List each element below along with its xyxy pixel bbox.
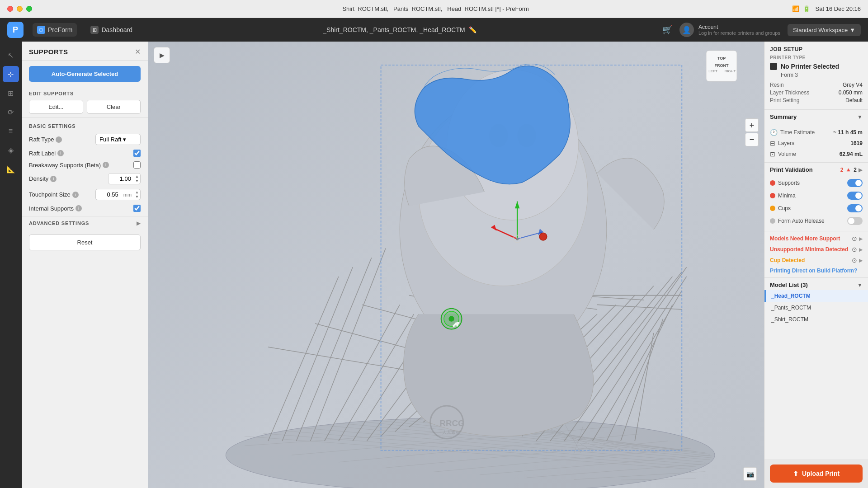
- warning-more-support[interactable]: Models Need More Support ⊙ ▶: [770, 233, 863, 244]
- touchpoint-input-wrap: 0.55 mm ▲ ▼: [95, 189, 141, 200]
- print-validation-section: Print Validation 2 🔺 2 ▶ Supports Minima: [764, 163, 868, 231]
- density-input[interactable]: 1.00: [108, 174, 134, 184]
- time-estimate-label: 🕐 Time Estimate: [770, 129, 815, 136]
- maximize-button[interactable]: [26, 6, 32, 12]
- preform-icon: ⬡: [37, 26, 45, 34]
- preform-nav-btn[interactable]: ⬡ PreForm: [33, 23, 77, 37]
- rail-settings-icon[interactable]: ⟳: [3, 104, 19, 120]
- job-setup-section: Job Setup PRINTER TYPE No Printer Select…: [764, 42, 868, 110]
- rail-measure-icon[interactable]: 📐: [3, 161, 19, 177]
- summary-header[interactable]: Summary ▼: [764, 110, 868, 124]
- internal-supports-checkbox[interactable]: [133, 205, 141, 212]
- app-toolbar: P ⬡ PreForm ⊞ Dashboard _Shirt_ROCTM, _P…: [0, 18, 868, 42]
- touchpoint-row: Touchpoint Size i 0.55 mm ▲ ▼: [22, 187, 148, 202]
- left-rail: ↖ ⊹ ⊞ ⟳ ≡ ◈ 📐: [0, 42, 22, 488]
- minima-chevron-icon: ▶: [859, 247, 863, 253]
- screenshot-icon[interactable]: 📷: [743, 467, 757, 481]
- navigation-cube[interactable]: TOP FRONT LEFT RIGHT: [702, 46, 741, 86]
- clear-button[interactable]: Clear: [87, 100, 141, 114]
- rail-layers-icon[interactable]: ≡: [3, 123, 19, 139]
- density-down-button[interactable]: ▼: [134, 179, 140, 183]
- density-label: Density i: [29, 175, 57, 182]
- touchpoint-up-button[interactable]: ▲: [134, 190, 140, 195]
- model-list-chevron-icon: ▼: [857, 282, 863, 288]
- svg-line-56: [268, 347, 409, 371]
- zoom-out-button[interactable]: −: [745, 133, 759, 146]
- layers-row: ⊟ Layers 1619: [770, 138, 863, 149]
- touchpoint-input[interactable]: 0.55: [96, 189, 121, 200]
- edit-title-icon[interactable]: ✏️: [469, 26, 476, 33]
- viewport[interactable]: RRCG 人人素材 TOP FRONT LEFT RIGHT ▶ + − 📷: [148, 42, 764, 488]
- upload-print-button[interactable]: ⬆ Upload Print: [770, 465, 863, 483]
- minimize-button[interactable]: [17, 6, 23, 12]
- reset-button[interactable]: Reset: [29, 235, 141, 250]
- clock: Sat 16 Dec 20:16: [816, 5, 861, 12]
- rail-objects-icon[interactable]: ◈: [3, 142, 19, 158]
- touchpoint-info-icon[interactable]: i: [72, 192, 79, 198]
- minima-toggle[interactable]: [847, 192, 863, 200]
- rail-cursor-icon[interactable]: ↖: [3, 47, 19, 63]
- panel-close-icon[interactable]: ✕: [135, 48, 141, 56]
- edit-button[interactable]: Edit...: [29, 100, 83, 114]
- job-setup-header: Job Setup: [770, 46, 863, 52]
- breakaway-info-icon[interactable]: i: [103, 162, 109, 168]
- cups-dot: [770, 206, 775, 211]
- rail-grid-icon[interactable]: ⊞: [3, 85, 19, 101]
- supports-toggle[interactable]: [847, 179, 863, 187]
- raft-label-info-icon[interactable]: i: [57, 150, 64, 156]
- zoom-controls: + −: [745, 118, 759, 146]
- svg-line-54: [621, 319, 663, 441]
- model-list-header[interactable]: Model List (3) ▼: [764, 278, 868, 290]
- edit-supports-label: EDIT SUPPORTS: [22, 87, 148, 98]
- warning-cup-icons: ⊙ ▶: [852, 257, 863, 264]
- validation-expand-icon[interactable]: ▶: [859, 167, 863, 173]
- viewport-bottom-icons: 📷: [743, 467, 757, 481]
- resin-label: Resin: [770, 82, 784, 88]
- minima-validation-label: Minima: [778, 192, 847, 199]
- raft-label-row: Raft Label i: [22, 147, 148, 159]
- printer-model: Form 3: [781, 72, 863, 78]
- supports-dot: [770, 180, 775, 186]
- cups-toggle[interactable]: [847, 204, 863, 212]
- form-auto-release-toggle[interactable]: [847, 217, 863, 225]
- expand-panel-button[interactable]: ▶: [154, 47, 170, 63]
- cup-target-icon[interactable]: ⊙: [852, 257, 857, 264]
- touchpoint-down-button[interactable]: ▼: [134, 195, 140, 199]
- workspace-button[interactable]: Standard Workspace ▼: [788, 24, 861, 36]
- warning-direct-build[interactable]: Printing Direct on Build Platform?: [770, 266, 863, 276]
- svg-text:人人素材: 人人素材: [442, 430, 460, 435]
- print-setting-row: Print Setting Default: [770, 97, 863, 103]
- density-info-icon[interactable]: i: [50, 176, 57, 182]
- cart-icon[interactable]: 🛒: [662, 25, 672, 35]
- model-item-pants[interactable]: _Pants_ROCTM: [764, 302, 868, 314]
- raft-type-select[interactable]: Full Raft ▾: [95, 134, 141, 145]
- advanced-settings-row[interactable]: ADVANCED SETTINGS ▶: [22, 216, 148, 230]
- model-item-head[interactable]: _Head_ROCTM: [764, 290, 868, 302]
- raft-type-info-icon[interactable]: i: [56, 136, 62, 143]
- zoom-in-button[interactable]: +: [745, 118, 759, 132]
- supports-validation-label: Supports: [778, 180, 847, 186]
- dashboard-nav-btn[interactable]: ⊞ Dashboard: [86, 23, 137, 37]
- rail-supports-icon[interactable]: ⊹: [3, 66, 19, 82]
- warning-cup[interactable]: Cup Detected ⊙ ▶: [770, 255, 863, 266]
- wifi-icon: 📶: [792, 5, 799, 12]
- warning-more-support-text: Models Need More Support: [770, 235, 840, 242]
- internal-supports-info-icon[interactable]: i: [75, 205, 82, 211]
- density-up-button[interactable]: ▲: [134, 174, 140, 179]
- model-item-shirt[interactable]: _Shirt_ROCTM: [764, 314, 868, 325]
- close-button[interactable]: [7, 6, 13, 12]
- target-icon[interactable]: ⊙: [852, 235, 857, 242]
- minima-target-icon[interactable]: ⊙: [852, 246, 857, 253]
- orbit-indicator[interactable]: [441, 309, 462, 329]
- breakaway-checkbox[interactable]: [133, 161, 141, 169]
- window-title: _Shirt_ROCTM.stl, _Pants_ROCTM.stl, _Hea…: [339, 5, 529, 12]
- upload-icon: ⬆: [793, 470, 798, 477]
- raft-type-label: Raft Type i: [29, 136, 62, 143]
- raft-type-value: Full Raft: [99, 136, 121, 143]
- warning-unsupported-minima[interactable]: Unsupported Minima Detected ⊙ ▶: [770, 244, 863, 255]
- auto-generate-button[interactable]: Auto-Generate Selected: [29, 66, 141, 82]
- svg-line-63: [597, 305, 682, 309]
- logo-letter: P: [13, 25, 18, 35]
- validation-title: Print Validation: [770, 166, 813, 173]
- raft-label-checkbox[interactable]: [133, 150, 141, 157]
